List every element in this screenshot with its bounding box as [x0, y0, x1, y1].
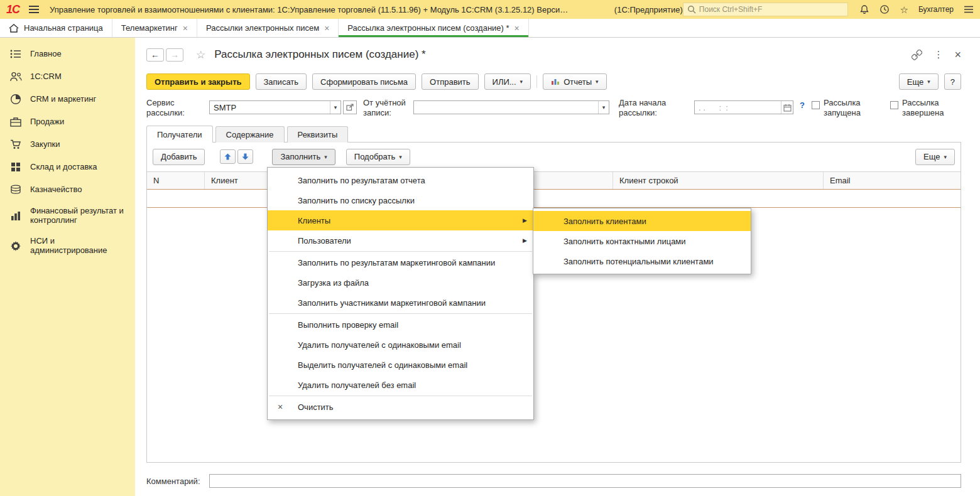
bar-chart-icon [9, 211, 23, 221]
menu-item-remove-duplicate-email[interactable]: Удалить получателей с одинаковыми email [268, 335, 533, 355]
menu-item-load-from-file[interactable]: Загрузка из файла [268, 272, 533, 293]
submenu-item-fill-clients[interactable]: Заполнить клиентами [533, 211, 751, 231]
service-combo[interactable]: SMTP ▾ [209, 100, 341, 114]
date-help-icon[interactable]: ? [800, 100, 805, 110]
move-down-button[interactable] [237, 149, 253, 164]
reports-button[interactable]: Отчеты▾ [543, 73, 606, 90]
tab-close-icon[interactable]: × [183, 24, 188, 33]
menu-item-users[interactable]: Пользователи▶ [268, 230, 533, 251]
account-combo[interactable]: ▾ [413, 100, 609, 114]
caret-down-icon: ▾ [399, 154, 402, 160]
sidebar-item-1c-crm[interactable]: 1С:CRM [0, 65, 135, 88]
menu-item-remove-without-email[interactable]: Удалить получателей без email [268, 375, 533, 395]
combo-caret-icon[interactable]: ▾ [598, 101, 609, 114]
user-menu-icon[interactable] [964, 6, 974, 13]
move-up-button[interactable] [220, 149, 236, 164]
send-button[interactable]: Отправить [422, 73, 478, 90]
tab-close-icon[interactable]: × [514, 24, 520, 33]
mailing-finished-checkbox[interactable] [890, 101, 898, 109]
caret-down-icon: ▾ [927, 78, 930, 85]
grid-icon [9, 162, 23, 172]
sidebar-item-crm-marketing[interactable]: CRM и маркетинг [0, 88, 135, 111]
clear-x-icon: × [278, 402, 283, 411]
favorites-star-icon[interactable]: ☆ [900, 5, 908, 14]
menu-item-fill-by-report[interactable]: Заполнить по результатам отчета [268, 170, 533, 190]
search-input[interactable] [699, 5, 844, 14]
menu-item-clear[interactable]: ×Очистить [268, 397, 533, 417]
history-clock-icon[interactable] [879, 4, 890, 14]
menu-item-fill-by-campaign-results[interactable]: Заполнить по результатам маркетинговой к… [268, 252, 533, 272]
kebab-menu-icon[interactable]: ⋮ [934, 49, 943, 60]
sidebar: Главное 1С:CRM CRM и маркетинг Продажи З… [0, 38, 135, 496]
notifications-bell-icon[interactable] [859, 4, 869, 14]
tab-recipients[interactable]: Получатели [146, 126, 213, 143]
main-menu-icon[interactable] [28, 5, 40, 14]
briefcase-icon [9, 117, 23, 127]
sidebar-item-treasury[interactable]: Казначейство [0, 178, 135, 201]
sidebar-item-sales[interactable]: Продажи [0, 111, 135, 133]
tab-close-icon[interactable]: × [324, 24, 329, 33]
onec-logo: 1С [6, 3, 19, 16]
submenu-item-fill-potential-clients[interactable]: Заполнить потенциальными клиентами [533, 251, 751, 271]
coins-icon [9, 185, 23, 195]
calendar-icon[interactable] [781, 101, 793, 114]
mailing-finished-label[interactable]: Рассылка завершена [902, 98, 954, 117]
menu-item-clients[interactable]: Клиенты▶ [268, 210, 533, 230]
sidebar-item-main[interactable]: Главное [0, 43, 135, 65]
arrow-up-icon [224, 153, 231, 160]
add-button[interactable]: Добавить [153, 149, 205, 165]
tab-mailing-create[interactable]: Рассылка электронных писем (создание) * … [339, 19, 528, 37]
tab-telemarketing[interactable]: Телемаркетинг × [112, 19, 197, 37]
menu-separator [269, 396, 532, 396]
submenu-item-fill-contacts[interactable]: Заполнить контактными лицами [533, 231, 751, 251]
comment-input[interactable] [210, 475, 961, 487]
people-icon [9, 72, 23, 82]
menu-item-select-duplicate-email[interactable]: Выделить получателей с одинаковыми email [268, 355, 533, 375]
column-header-n[interactable]: N [147, 172, 205, 189]
list-more-button[interactable]: Еще▾ [915, 149, 955, 165]
favorite-star-icon[interactable]: ☆ [196, 48, 205, 62]
send-and-close-button[interactable]: Отправить и закрыть [146, 73, 250, 90]
menu-item-check-email[interactable]: Выполнить проверку email [268, 315, 533, 335]
form-toolbar: Отправить и закрыть Записать Сформироват… [146, 73, 961, 90]
combo-caret-icon[interactable]: ▾ [330, 101, 340, 114]
tab-label: Рассылки электронных писем [206, 23, 319, 33]
column-header-client-string[interactable]: Клиент строкой [613, 172, 824, 189]
or-button[interactable]: ИЛИ...▾ [484, 73, 531, 90]
pick-button[interactable]: Подобрать▾ [346, 149, 410, 165]
sidebar-item-warehouse[interactable]: Склад и доставка [0, 156, 135, 178]
generate-letters-button[interactable]: Сформировать письма [312, 73, 416, 90]
more-button[interactable]: Еще▾ [899, 73, 939, 90]
tab-content[interactable]: Содержание [215, 126, 285, 143]
mailing-started-label[interactable]: Рассылка запущена [824, 98, 873, 117]
sidebar-item-purchases[interactable]: Закупки [0, 133, 135, 156]
open-service-button[interactable] [343, 100, 357, 114]
link-icon[interactable] [912, 50, 922, 60]
forward-icon: → [170, 50, 179, 60]
sidebar-item-finance[interactable]: Финансовый результат и контроллинг [0, 201, 135, 231]
list-icon [9, 50, 23, 58]
comment-field[interactable] [209, 474, 961, 488]
menu-item-fill-by-mailing-list[interactable]: Заполнить по списку рассылки [268, 190, 533, 210]
tab-home[interactable]: Начальная страница [0, 19, 112, 37]
window-tab-bar: Начальная страница Телемаркетинг × Рассы… [0, 19, 980, 38]
form-fields: Сервис рассылки: SMTP ▾ От учётной запис… [135, 95, 980, 124]
current-user[interactable]: Бухгалтер [918, 5, 954, 14]
menu-item-fill-campaign-participants[interactable]: Заполнить участниками маркетинговой камп… [268, 293, 533, 313]
tab-requisites[interactable]: Реквизиты [287, 126, 349, 143]
mailing-started-checkbox[interactable] [812, 101, 820, 109]
cart-icon [9, 139, 23, 149]
help-button[interactable]: ? [944, 73, 961, 90]
start-date-input[interactable]: . . : : [694, 100, 793, 114]
save-button[interactable]: Записать [256, 73, 307, 90]
back-button[interactable]: ← [146, 48, 164, 62]
pie-chart-icon [9, 94, 23, 105]
tab-mailings-list[interactable]: Рассылки электронных писем × [197, 19, 339, 37]
forward-button[interactable]: → [166, 48, 183, 62]
submenu-arrow-icon: ▶ [523, 217, 527, 224]
global-search[interactable] [683, 3, 849, 16]
close-icon[interactable]: × [954, 49, 961, 60]
column-header-email[interactable]: Email [824, 172, 961, 189]
fill-button[interactable]: Заполнить▾ [272, 149, 335, 165]
sidebar-item-admin[interactable]: НСИ и администрирование [0, 231, 135, 261]
